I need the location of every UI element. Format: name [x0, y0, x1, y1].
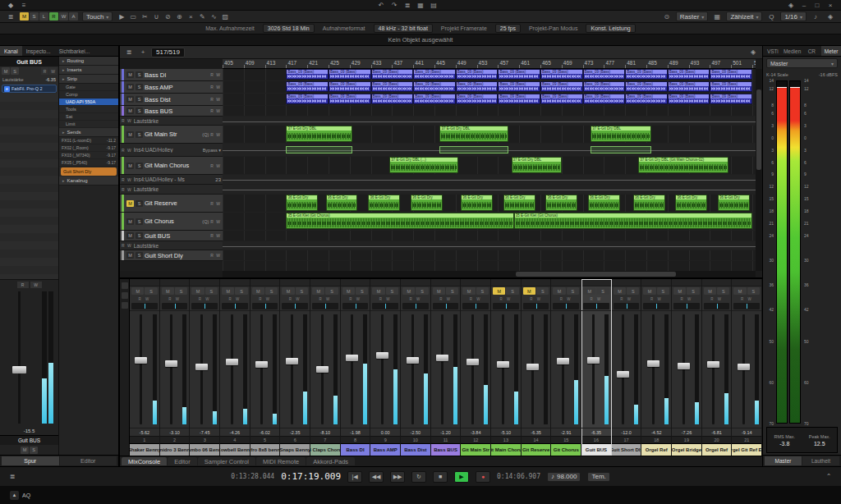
- channel-rw-buttons[interactable]: R W: [370, 296, 400, 303]
- channel-rw-buttons[interactable]: R W: [491, 296, 521, 303]
- cycle-button[interactable]: ↻: [411, 471, 426, 483]
- channel-solo-button[interactable]: S: [717, 287, 729, 295]
- meter-scale-label[interactable]: K-14 Scale: [766, 72, 788, 77]
- mixer-channel[interactable]: MSR W-4.5218Orgel Ref: [641, 279, 672, 456]
- audio-clip[interactable]: 36 E-Git Dry: [326, 195, 358, 211]
- automation-rw-buttons[interactable]: R W: [122, 177, 132, 182]
- track-lane[interactable]: [223, 106, 756, 117]
- track-solo-button[interactable]: S: [136, 96, 143, 103]
- vertical-scroll-thumb[interactable]: [756, 89, 761, 170]
- play-button[interactable]: ▶: [454, 471, 469, 483]
- channel-pan-control[interactable]: [704, 303, 730, 309]
- automation-lane[interactable]: [223, 175, 756, 185]
- audio-clip[interactable]: Bass_09 (Bass): [329, 94, 371, 104]
- channel-mute-button[interactable]: M: [553, 287, 565, 295]
- tab-medien[interactable]: Medien: [783, 46, 802, 56]
- channel-rw-buttons[interactable]: R W: [250, 296, 280, 303]
- channel-fader-zone[interactable]: [160, 310, 190, 428]
- undo-icon[interactable]: ↶: [375, 0, 387, 10]
- audio-clip[interactable]: Bass_09 (Bass): [668, 94, 710, 104]
- audio-clip[interactable]: Bass_09 (Bass): [710, 69, 752, 80]
- snap-icon[interactable]: ⊙: [661, 11, 673, 21]
- timeline-ruler[interactable]: 4054094134174214254294334374414454494534…: [223, 59, 756, 69]
- stop-button[interactable]: ■: [433, 471, 448, 483]
- channel-routing-slot[interactable]: [130, 279, 159, 286]
- primary-time-display[interactable]: 0:17:19.009: [281, 471, 341, 482]
- audio-clip[interactable]: Bass_09 (Bass): [413, 69, 456, 80]
- mixer-rack-icon[interactable]: [122, 292, 128, 299]
- tab-editor[interactable]: Editor: [168, 457, 197, 465]
- fader-read-button[interactable]: R: [17, 282, 29, 288]
- track-solo-button[interactable]: S: [136, 232, 143, 239]
- track-header[interactable]: MSBass DIR W: [120, 69, 223, 81]
- channel-mute-button[interactable]: M: [282, 287, 294, 295]
- channel-pan-control[interactable]: [402, 303, 429, 309]
- tab-kanal[interactable]: Kanal: [0, 46, 22, 56]
- tab-meter[interactable]: Meter: [821, 46, 841, 56]
- strip-module-item[interactable]: Sat: [59, 113, 118, 121]
- tempo-display[interactable]: ♪ 98.000: [547, 472, 581, 482]
- audio-clip[interactable]: Bass_09 (Bass): [540, 81, 583, 92]
- automation-rw-buttons[interactable]: R W: [122, 118, 132, 123]
- inserts-section-header[interactable]: Inserts: [59, 66, 118, 75]
- tab-editor[interactable]: Editor: [60, 456, 117, 465]
- mixer-channel[interactable]: MSR W-7.453Tambo 06 Benny: [190, 279, 220, 456]
- grid-icon[interactable]: ▦: [711, 11, 723, 21]
- channel-routing-slot[interactable]: [401, 279, 430, 286]
- channel-routing-slot[interactable]: [732, 279, 761, 286]
- mixer-channel[interactable]: MSR W-6.025Afro 8x8 benny: [250, 279, 281, 456]
- channel-pan-control[interactable]: [462, 303, 489, 309]
- track-mute-button[interactable]: M: [126, 108, 134, 114]
- channel-fader-zone[interactable]: [672, 310, 701, 428]
- channel-fader-zone[interactable]: [431, 310, 461, 428]
- object-selection-tool-icon[interactable]: ▶: [116, 11, 127, 21]
- track-mute-button[interactable]: M: [126, 163, 134, 169]
- pool-window-icon[interactable]: ▤: [428, 0, 439, 10]
- channel-routing-slot[interactable]: [310, 279, 340, 286]
- grid-type-select[interactable]: Zählzeit▾: [726, 11, 762, 21]
- channel-mute-button[interactable]: M: [222, 287, 234, 295]
- audio-clip[interactable]: Bass_09 (Bass): [371, 94, 414, 104]
- channel-pan-control[interactable]: [433, 303, 459, 309]
- channel-pan-control[interactable]: [583, 303, 609, 309]
- fader-cap[interactable]: [707, 361, 719, 368]
- audio-clip[interactable]: Bass_09 (Bass): [413, 94, 456, 104]
- track-mute-button[interactable]: M: [126, 232, 134, 239]
- fader-cap[interactable]: [587, 357, 600, 364]
- audio-clip[interactable]: 35 E-Git Klet (Git Chorus): [286, 213, 513, 229]
- channel-routing-slot[interactable]: [160, 279, 190, 286]
- channel-routing-slot[interactable]: [612, 279, 641, 286]
- channel-mute-button[interactable]: M: [131, 287, 144, 295]
- audio-clip[interactable]: Bass_09 (Bass): [625, 69, 668, 80]
- strip-read-button[interactable]: R: [41, 67, 48, 75]
- draw-tool-icon[interactable]: ✎: [196, 11, 208, 21]
- channel-pan-control[interactable]: [733, 303, 760, 309]
- channel-mute-button[interactable]: M: [583, 287, 595, 295]
- channel-mute-button[interactable]: M: [191, 287, 204, 295]
- track-mute-button[interactable]: M: [126, 218, 134, 225]
- meter-output-select[interactable]: Master ▾: [766, 58, 838, 68]
- channel-rw-buttons[interactable]: R W: [341, 296, 370, 303]
- track-solo-button[interactable]: S: [136, 200, 143, 207]
- track-header[interactable]: MSGit ReserveR W: [120, 195, 223, 213]
- global-r-button[interactable]: R: [49, 12, 58, 21]
- minimize-button[interactable]: –: [798, 0, 810, 10]
- mixer-channel[interactable]: MSR W0.009Bass AMP: [370, 279, 401, 456]
- strip-module-item[interactable]: UAD API 550A: [59, 99, 118, 106]
- tempo-mode-button[interactable]: Tem.: [587, 472, 609, 482]
- channel-fader-zone[interactable]: [551, 310, 581, 428]
- range-selection-tool-icon[interactable]: ▭: [127, 11, 139, 21]
- routing-section-header[interactable]: Routing: [59, 57, 118, 66]
- channel-mute-button[interactable]: M: [462, 287, 475, 295]
- channel-mute-button[interactable]: M: [312, 287, 324, 295]
- tab-master[interactable]: Master: [765, 456, 802, 465]
- channel-mute-button[interactable]: M: [523, 287, 535, 295]
- fader-cap[interactable]: [226, 359, 238, 365]
- audio-clip[interactable]: Bass_09 (Bass): [286, 69, 329, 80]
- channel-solo-button[interactable]: S: [747, 287, 760, 295]
- channel-solo-button[interactable]: S: [145, 287, 157, 295]
- quantize-icon[interactable]: Q: [765, 11, 777, 21]
- channel-pan-control[interactable]: [282, 303, 308, 309]
- track-solo-button[interactable]: S: [136, 131, 143, 138]
- audio-clip[interactable]: 37 E-Git Dry DBL: [439, 126, 508, 142]
